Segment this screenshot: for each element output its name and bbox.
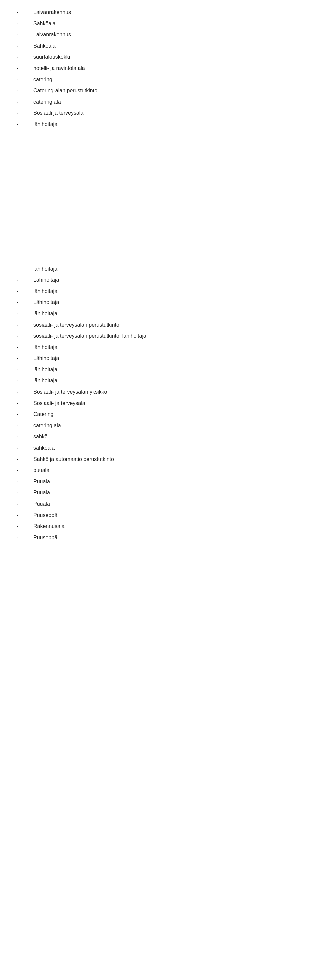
list-text: Sosiaali- ja terveysalan yksikkö [33,388,107,396]
list-item: -Laivanrakennus [13,7,307,18]
list-text: lähihoitaja [33,287,57,296]
list-dash: - [13,466,33,475]
list-item: -Lähihoitaja [13,353,307,364]
list-text: sähkö [33,432,48,441]
list-item: -hotelli- ja ravintola ala [13,63,307,74]
list-dash: - [13,522,33,531]
list-item: -Sähköala [13,40,307,52]
list-text: Sähköala [33,42,56,50]
list-text: sähköala [33,444,55,452]
list-item: -sosiaali- ja terveysalan perustutkinto [13,319,307,331]
list-text: Puuala [33,500,50,508]
list-text: Rakennusala [33,522,64,531]
list-item: -lähihoitaja [13,119,307,130]
list-text: Catering [33,410,53,418]
list-dash: - [13,432,33,441]
list-dash: - [13,120,33,129]
list-dash: - [13,422,33,430]
list-dash: - [13,332,33,340]
list-dash: - [13,354,33,363]
list-item: -Sosiaali- ja terveysala [13,398,307,409]
list-dash: - [13,276,33,284]
list-text: Puuala [33,488,50,497]
list-text: lähihoitaja [33,120,57,129]
list-dash: - [13,309,33,318]
list-dash: - [13,86,33,95]
list-text: sosiaali- ja terveysalan perustutkinto [33,321,119,329]
list-dash: - [13,444,33,452]
list-dash: - [13,533,33,542]
list-item: -Sähkö ja automaatio perustutkinto [13,453,307,465]
list-dash: - [13,455,33,464]
list-item: -Sähköala [13,18,307,29]
list-text: hotelli- ja ravintola ala [33,64,85,73]
list-text: Laivanrakennus [33,8,71,17]
main-list: -Laivanrakennus-Sähköala-Laivanrakennus-… [13,7,307,543]
list-dash: - [13,75,33,84]
spacer-block [13,130,307,263]
list-text: Puuala [33,477,50,486]
list-dash: - [13,488,33,497]
list-item: -suurtalouskokki [13,51,307,63]
list-item: -Catering [13,409,307,420]
list-text: catering ala [33,98,61,107]
list-item: -Puuala [13,498,307,510]
list-item: -Lähihoitaja [13,297,307,308]
list-section-1: -Laivanrakennus-Sähköala-Laivanrakennus-… [13,7,307,130]
list-dash: - [13,388,33,396]
list-item: -lähihoitaja [13,308,307,319]
list-dash: - [13,64,33,73]
list-item: -Puuala [13,476,307,487]
list-text: lähihoitaja [33,309,57,318]
list-text: catering [33,75,53,84]
list-dash: - [13,298,33,307]
list-text: puuala [33,466,49,475]
list-item: lähihoitaja [13,263,307,275]
list-item: -puuala [13,465,307,476]
list-text: lähihoitaja [33,376,57,385]
list-text: sosiaali- ja terveysalan perustutkinto, … [33,332,146,340]
list-dash: - [13,410,33,418]
list-text: Sosiaali- ja terveysala [33,399,85,408]
list-text: suurtalouskokki [33,52,70,61]
list-item: -lähihoitaja [13,375,307,387]
list-dash: - [13,399,33,408]
list-text: catering ala [33,422,61,430]
list-text: Laivanrakennus [33,30,71,39]
list-item: -Sosiaali ja terveysala [13,107,307,119]
list-section-2: lähihoitaja-Lähihoitaja-lähihoitaja-Lähi… [13,263,307,543]
list-dash: - [13,511,33,520]
list-dash: - [13,19,33,28]
list-item: -lähihoitaja [13,342,307,353]
list-item: -Puuala [13,487,307,498]
list-dash: - [13,109,33,117]
list-item: -Puuseppä [13,510,307,521]
list-item: -sosiaali- ja terveysalan perustutkinto,… [13,330,307,342]
list-text: Sähkö ja automaatio perustutkinto [33,455,114,464]
list-text: Puuseppä [33,533,57,542]
list-text: Sosiaali ja terveysala [33,109,83,117]
list-dash: - [13,376,33,385]
list-dash: - [13,500,33,508]
list-item: -sähkö [13,431,307,442]
list-dash: - [13,8,33,17]
list-text: lähihoitaja [33,343,57,352]
list-text: Lähihoitaja [33,354,59,363]
list-item: -Laivanrakennus [13,29,307,40]
list-item: -sähköala [13,442,307,453]
list-dash: - [13,321,33,329]
list-item: -lähihoitaja [13,364,307,375]
list-dash: - [13,98,33,107]
list-item: -Sosiaali- ja terveysalan yksikkö [13,387,307,398]
list-text: Sähköala [33,19,56,28]
list-text: lähihoitaja [33,265,57,273]
list-dash: - [13,287,33,296]
list-text: Catering-alan perustutkinto [33,86,97,95]
list-dash: - [13,365,33,374]
list-dash: - [13,30,33,39]
list-text: Lähihoitaja [33,276,59,284]
list-text: Puuseppä [33,511,57,520]
list-item: -catering ala [13,420,307,431]
list-text: lähihoitaja [33,365,57,374]
list-dash: - [13,52,33,61]
